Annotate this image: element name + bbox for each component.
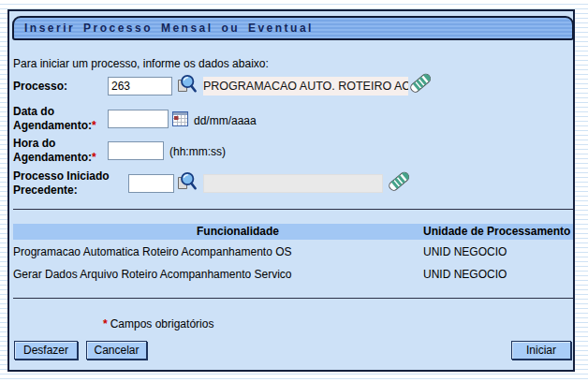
eraser-icon[interactable] <box>387 169 411 194</box>
separator-line <box>13 298 573 299</box>
intro-text: Para iniciar um processo, informe os dad… <box>13 57 269 70</box>
page-background: Inserir Processo Mensal ou Eventual Para… <box>0 0 588 382</box>
panel-title-bar: Inserir Processo Mensal ou Eventual <box>12 16 574 40</box>
required-asterisk: * <box>103 317 108 331</box>
cancelar-button[interactable]: Cancelar <box>86 341 147 360</box>
separator-line <box>13 209 573 210</box>
data-agendamento-label: Data do Agendamento:* <box>13 105 110 133</box>
processo-precedente-input[interactable] <box>128 174 174 193</box>
time-format-hint: (hh:mm:ss) <box>169 145 226 158</box>
eraser-icon[interactable] <box>408 70 433 96</box>
hora-agendamento-input[interactable] <box>108 141 164 160</box>
cell-unidade: UNID NEGOCIO <box>423 245 507 258</box>
page-title: Inserir Processo Mensal ou Eventual <box>24 22 314 35</box>
magnifier-icon[interactable] <box>176 170 198 192</box>
calendar-icon[interactable] <box>172 111 188 126</box>
hora-agendamento-label: Hora do Agendamento:* <box>13 137 110 165</box>
iniciar-button[interactable]: Iniciar <box>511 341 571 360</box>
table-header-row: Funcionalidade Unidade de Processamento <box>13 224 573 240</box>
processo-precedente-description-field <box>203 174 383 193</box>
required-asterisk: * <box>92 151 96 164</box>
column-header-unidade: Unidade de Processamento <box>423 224 570 240</box>
processo-description-field: PROGRAMACAO AUTO. ROTEIRO ACO <box>203 77 408 96</box>
desfazer-button[interactable]: Desfazer <box>14 341 78 360</box>
magnifier-icon[interactable] <box>176 73 198 95</box>
column-header-funcionalidade: Funcionalidade <box>13 224 463 240</box>
processo-input[interactable] <box>108 77 172 96</box>
data-agendamento-input[interactable] <box>108 110 169 128</box>
processo-precedente-label: Processo Iniciado Precedente: <box>13 169 120 198</box>
cell-funcionalidade: Programacao Automatica Roteiro Acompanha… <box>13 245 292 258</box>
required-fields-note: *Campos obrigatórios <box>103 317 213 331</box>
cell-funcionalidade: Gerar Dados Arquivo Roteiro Acompanhamen… <box>13 268 292 281</box>
required-asterisk: * <box>92 119 96 132</box>
cell-unidade: UNID NEGOCIO <box>423 268 507 281</box>
date-format-hint: dd/mm/aaaa <box>194 114 257 127</box>
processo-label: Processo: <box>13 80 67 94</box>
